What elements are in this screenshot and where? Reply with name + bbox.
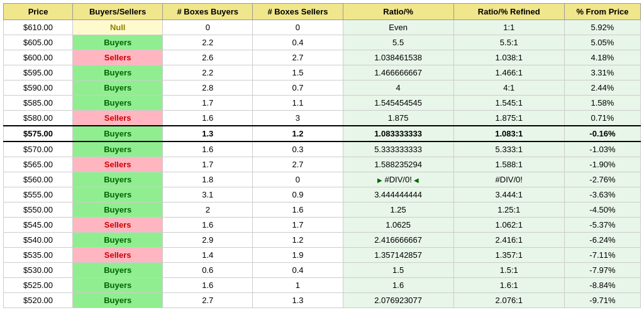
- ratio-refined-cell: 1.875:1: [453, 111, 564, 126]
- ratio-cell: 1.5: [343, 263, 453, 278]
- pct-from-price-cell: -8.84%: [564, 278, 640, 293]
- table-row: $610.00Null00Even1:15.92%: [4, 20, 641, 35]
- ratio-cell: 1.545454545: [343, 96, 453, 111]
- buyers-sellers-cell: Buyers: [73, 141, 163, 157]
- price-cell: $610.00: [4, 20, 73, 35]
- main-table: PriceBuyers/Sellers# Boxes Buyers# Boxes…: [3, 3, 641, 308]
- column-header-0: Price: [4, 4, 73, 20]
- ratio-cell: 2.076923077: [343, 293, 453, 308]
- ratio-refined-cell: #DIV/0!: [453, 172, 564, 187]
- buyers-sellers-cell: Sellers: [73, 50, 163, 65]
- price-cell: $585.00: [4, 96, 73, 111]
- pct-from-price-cell: -2.76%: [564, 172, 640, 187]
- table-row: $560.00Buyers1.80▶ #DIV/0! ◀#DIV/0!-2.76…: [4, 172, 641, 187]
- box-sellers-cell: 1.3: [253, 293, 343, 308]
- table-row: $540.00Buyers2.91.22.4166666672.416:1-6.…: [4, 233, 641, 248]
- ratio-refined-cell: 4:1: [453, 80, 564, 96]
- pct-from-price-cell: -3.63%: [564, 187, 640, 202]
- pct-from-price-cell: -0.16%: [564, 126, 640, 141]
- buyers-sellers-cell: Buyers: [73, 202, 163, 218]
- box-buyers-cell: 0.6: [163, 263, 253, 278]
- ratio-refined-cell: 5.333:1: [453, 141, 564, 157]
- ratio-refined-cell: 1.545:1: [453, 96, 564, 111]
- table-row: $600.00Sellers2.62.71.0384615381.038:14.…: [4, 50, 641, 65]
- ratio-refined-cell: 1.25:1: [453, 202, 564, 218]
- box-buyers-cell: 1.6: [163, 141, 253, 157]
- buyers-sellers-cell: Buyers: [73, 263, 163, 278]
- ratio-cell: 4: [343, 80, 453, 96]
- ratio-cell: 1.875: [343, 111, 453, 126]
- ratio-refined-cell: 2.416:1: [453, 233, 564, 248]
- ratio-cell: 1.357142857: [343, 248, 453, 263]
- ratio-cell: 3.444444444: [343, 187, 453, 202]
- buyers-sellers-cell: Buyers: [73, 187, 163, 202]
- buyers-sellers-cell: Buyers: [73, 293, 163, 308]
- box-sellers-cell: 0.4: [253, 35, 343, 50]
- box-sellers-cell: 1.2: [253, 233, 343, 248]
- price-cell: $605.00: [4, 35, 73, 50]
- table-row: $580.00Sellers1.631.8751.875:10.71%: [4, 111, 641, 126]
- box-buyers-cell: 1.4: [163, 248, 253, 263]
- price-cell: $565.00: [4, 157, 73, 172]
- box-sellers-cell: 0.4: [253, 263, 343, 278]
- buyers-sellers-cell: Buyers: [73, 233, 163, 248]
- table-row: $535.00Sellers1.41.91.3571428571.357:1-7…: [4, 248, 641, 263]
- pct-from-price-cell: -4.50%: [564, 202, 640, 218]
- price-cell: $550.00: [4, 202, 73, 218]
- box-sellers-cell: 0.3: [253, 141, 343, 157]
- box-sellers-cell: 0: [253, 20, 343, 35]
- pct-from-price-cell: -1.90%: [564, 157, 640, 172]
- table-row: $555.00Buyers3.10.93.4444444443.444:1-3.…: [4, 187, 641, 202]
- ratio-cell: 1.588235294: [343, 157, 453, 172]
- box-buyers-cell: 1.7: [163, 96, 253, 111]
- price-cell: $530.00: [4, 263, 73, 278]
- box-sellers-cell: 3: [253, 111, 343, 126]
- price-cell: $525.00: [4, 278, 73, 293]
- ratio-refined-cell: 1.038:1: [453, 50, 564, 65]
- buyers-sellers-cell: Sellers: [73, 248, 163, 263]
- ratio-cell: 1.038461538: [343, 50, 453, 65]
- pct-from-price-cell: 4.18%: [564, 50, 640, 65]
- box-sellers-cell: 1.1: [253, 96, 343, 111]
- box-sellers-cell: 1.9: [253, 248, 343, 263]
- ratio-cell: 1.6: [343, 278, 453, 293]
- box-buyers-cell: 2.9: [163, 233, 253, 248]
- ratio-cell: 1.25: [343, 202, 453, 218]
- box-sellers-cell: 1.2: [253, 126, 343, 141]
- ratio-cell: 2.416666667: [343, 233, 453, 248]
- price-cell: $520.00: [4, 293, 73, 308]
- box-sellers-cell: 2.7: [253, 50, 343, 65]
- box-buyers-cell: 2.6: [163, 50, 253, 65]
- price-cell: $535.00: [4, 248, 73, 263]
- buyers-sellers-cell: Null: [73, 20, 163, 35]
- table-row: $575.00Buyers1.31.21.0833333331.083:1-0.…: [4, 126, 641, 141]
- buyers-sellers-cell: Sellers: [73, 111, 163, 126]
- ratio-cell: Even: [343, 20, 453, 35]
- column-header-1: Buyers/Sellers: [73, 4, 163, 20]
- pct-from-price-cell: 2.44%: [564, 80, 640, 96]
- table-row: $590.00Buyers2.80.744:12.44%: [4, 80, 641, 96]
- pct-from-price-cell: -9.71%: [564, 293, 640, 308]
- price-cell: $590.00: [4, 80, 73, 96]
- pct-from-price-cell: 5.92%: [564, 20, 640, 35]
- pct-from-price-cell: -7.11%: [564, 248, 640, 263]
- buyers-sellers-cell: Sellers: [73, 218, 163, 233]
- ratio-refined-cell: 1.5:1: [453, 263, 564, 278]
- triangle-left-icon: ▶: [377, 177, 382, 184]
- ratio-cell: ▶ #DIV/0! ◀: [343, 172, 453, 187]
- price-cell: $545.00: [4, 218, 73, 233]
- price-cell: $560.00: [4, 172, 73, 187]
- pct-from-price-cell: -6.24%: [564, 233, 640, 248]
- pct-from-price-cell: 1.58%: [564, 96, 640, 111]
- box-sellers-cell: 0.7: [253, 80, 343, 96]
- table-row: $605.00Buyers2.20.45.55.5:15.05%: [4, 35, 641, 50]
- table-row: $520.00Buyers2.71.32.0769230772.076:1-9.…: [4, 293, 641, 308]
- box-buyers-cell: 1.6: [163, 111, 253, 126]
- box-sellers-cell: 0.9: [253, 187, 343, 202]
- buyers-sellers-cell: Buyers: [73, 35, 163, 50]
- column-header-6: % From Price: [564, 4, 640, 20]
- box-sellers-cell: 2.7: [253, 157, 343, 172]
- box-buyers-cell: 2.7: [163, 293, 253, 308]
- price-cell: $595.00: [4, 65, 73, 80]
- column-header-4: Ratio/%: [343, 4, 453, 20]
